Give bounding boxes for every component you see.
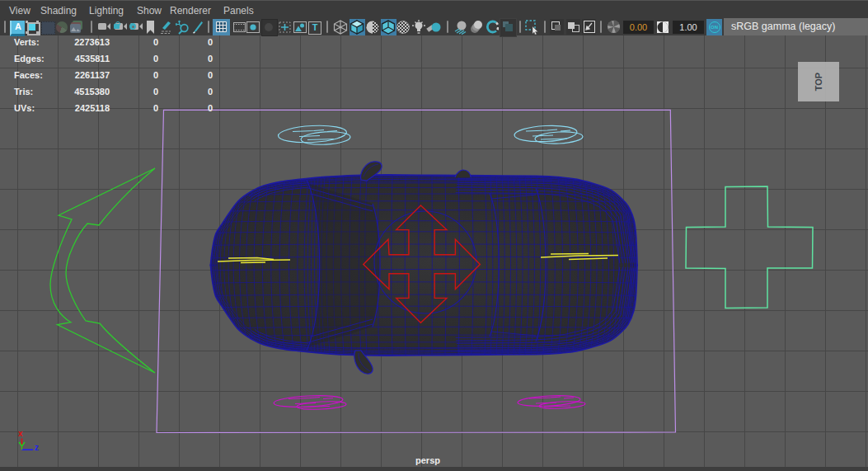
svg-text:4535811: 4535811 — [75, 54, 110, 64]
svg-text:0: 0 — [208, 87, 213, 97]
svg-text:persp: persp — [415, 455, 440, 465]
svg-text:x: x — [18, 429, 23, 438]
svg-text:0: 0 — [208, 37, 213, 47]
svg-text:0: 0 — [153, 103, 158, 113]
svg-text:2261137: 2261137 — [75, 70, 110, 80]
svg-text:Faces:: Faces: — [14, 70, 43, 80]
svg-text:0: 0 — [208, 70, 213, 80]
svg-text:0: 0 — [208, 103, 213, 113]
svg-text:UVs:: UVs: — [14, 103, 35, 113]
svg-text:Edges:: Edges: — [14, 54, 45, 64]
svg-text:z: z — [35, 443, 39, 452]
svg-text:0: 0 — [153, 37, 158, 47]
svg-text:Tris:: Tris: — [14, 87, 33, 97]
svg-text:0: 0 — [153, 70, 158, 80]
svg-text:0: 0 — [153, 54, 158, 64]
svg-text:2425118: 2425118 — [75, 103, 110, 113]
svg-text:0: 0 — [208, 54, 213, 64]
svg-text:2273613: 2273613 — [74, 37, 110, 47]
svg-text:Verts:: Verts: — [14, 37, 40, 47]
svg-text:4515380: 4515380 — [74, 87, 110, 97]
svg-text:0: 0 — [153, 87, 158, 97]
svg-text:TOP: TOP — [814, 73, 823, 91]
